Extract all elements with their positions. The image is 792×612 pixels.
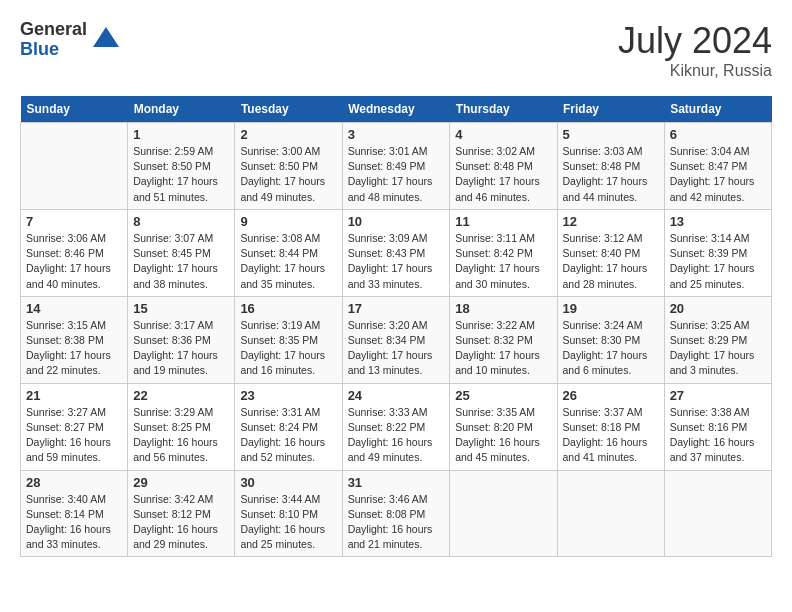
day-number: 23 — [240, 388, 336, 403]
calendar-cell: 30Sunrise: 3:44 AM Sunset: 8:10 PM Dayli… — [235, 470, 342, 557]
day-number: 11 — [455, 214, 551, 229]
day-info: Sunrise: 3:19 AM Sunset: 8:35 PM Dayligh… — [240, 318, 336, 379]
day-number: 16 — [240, 301, 336, 316]
day-number: 8 — [133, 214, 229, 229]
week-row-3: 14Sunrise: 3:15 AM Sunset: 8:38 PM Dayli… — [21, 296, 772, 383]
day-number: 9 — [240, 214, 336, 229]
calendar-cell: 20Sunrise: 3:25 AM Sunset: 8:29 PM Dayli… — [664, 296, 771, 383]
day-number: 14 — [26, 301, 122, 316]
day-info: Sunrise: 3:08 AM Sunset: 8:44 PM Dayligh… — [240, 231, 336, 292]
calendar-cell — [664, 470, 771, 557]
day-number: 25 — [455, 388, 551, 403]
day-info: Sunrise: 3:03 AM Sunset: 8:48 PM Dayligh… — [563, 144, 659, 205]
day-info: Sunrise: 3:24 AM Sunset: 8:30 PM Dayligh… — [563, 318, 659, 379]
week-row-1: 1Sunrise: 2:59 AM Sunset: 8:50 PM Daylig… — [21, 123, 772, 210]
day-number: 5 — [563, 127, 659, 142]
calendar-cell: 12Sunrise: 3:12 AM Sunset: 8:40 PM Dayli… — [557, 209, 664, 296]
day-info: Sunrise: 3:06 AM Sunset: 8:46 PM Dayligh… — [26, 231, 122, 292]
day-info: Sunrise: 3:17 AM Sunset: 8:36 PM Dayligh… — [133, 318, 229, 379]
calendar-cell: 6Sunrise: 3:04 AM Sunset: 8:47 PM Daylig… — [664, 123, 771, 210]
day-number: 28 — [26, 475, 122, 490]
day-info: Sunrise: 3:44 AM Sunset: 8:10 PM Dayligh… — [240, 492, 336, 553]
day-info: Sunrise: 3:35 AM Sunset: 8:20 PM Dayligh… — [455, 405, 551, 466]
header-day-thursday: Thursday — [450, 96, 557, 123]
calendar-cell: 22Sunrise: 3:29 AM Sunset: 8:25 PM Dayli… — [128, 383, 235, 470]
day-info: Sunrise: 3:02 AM Sunset: 8:48 PM Dayligh… — [455, 144, 551, 205]
day-info: Sunrise: 3:25 AM Sunset: 8:29 PM Dayligh… — [670, 318, 766, 379]
calendar-header-row: SundayMondayTuesdayWednesdayThursdayFrid… — [21, 96, 772, 123]
day-info: Sunrise: 3:09 AM Sunset: 8:43 PM Dayligh… — [348, 231, 445, 292]
calendar-cell: 27Sunrise: 3:38 AM Sunset: 8:16 PM Dayli… — [664, 383, 771, 470]
week-row-2: 7Sunrise: 3:06 AM Sunset: 8:46 PM Daylig… — [21, 209, 772, 296]
page-header: General Blue July 2024 Kiknur, Russia — [20, 20, 772, 80]
logo-blue-text: Blue — [20, 40, 87, 60]
day-number: 21 — [26, 388, 122, 403]
day-number: 19 — [563, 301, 659, 316]
day-info: Sunrise: 3:11 AM Sunset: 8:42 PM Dayligh… — [455, 231, 551, 292]
day-number: 1 — [133, 127, 229, 142]
calendar-table: SundayMondayTuesdayWednesdayThursdayFrid… — [20, 96, 772, 557]
day-info: Sunrise: 3:15 AM Sunset: 8:38 PM Dayligh… — [26, 318, 122, 379]
day-info: Sunrise: 3:07 AM Sunset: 8:45 PM Dayligh… — [133, 231, 229, 292]
day-number: 20 — [670, 301, 766, 316]
day-info: Sunrise: 3:29 AM Sunset: 8:25 PM Dayligh… — [133, 405, 229, 466]
header-day-tuesday: Tuesday — [235, 96, 342, 123]
calendar-cell: 24Sunrise: 3:33 AM Sunset: 8:22 PM Dayli… — [342, 383, 450, 470]
calendar-location: Kiknur, Russia — [618, 62, 772, 80]
day-info: Sunrise: 3:31 AM Sunset: 8:24 PM Dayligh… — [240, 405, 336, 466]
day-number: 17 — [348, 301, 445, 316]
day-info: Sunrise: 3:12 AM Sunset: 8:40 PM Dayligh… — [563, 231, 659, 292]
day-info: Sunrise: 3:22 AM Sunset: 8:32 PM Dayligh… — [455, 318, 551, 379]
calendar-cell: 8Sunrise: 3:07 AM Sunset: 8:45 PM Daylig… — [128, 209, 235, 296]
header-day-friday: Friday — [557, 96, 664, 123]
day-number: 7 — [26, 214, 122, 229]
header-day-sunday: Sunday — [21, 96, 128, 123]
day-info: Sunrise: 3:27 AM Sunset: 8:27 PM Dayligh… — [26, 405, 122, 466]
day-number: 15 — [133, 301, 229, 316]
calendar-cell: 15Sunrise: 3:17 AM Sunset: 8:36 PM Dayli… — [128, 296, 235, 383]
logo-icon — [91, 25, 121, 55]
calendar-cell: 3Sunrise: 3:01 AM Sunset: 8:49 PM Daylig… — [342, 123, 450, 210]
day-info: Sunrise: 3:40 AM Sunset: 8:14 PM Dayligh… — [26, 492, 122, 553]
calendar-cell: 5Sunrise: 3:03 AM Sunset: 8:48 PM Daylig… — [557, 123, 664, 210]
calendar-cell: 13Sunrise: 3:14 AM Sunset: 8:39 PM Dayli… — [664, 209, 771, 296]
title-block: July 2024 Kiknur, Russia — [618, 20, 772, 80]
day-info: Sunrise: 3:33 AM Sunset: 8:22 PM Dayligh… — [348, 405, 445, 466]
calendar-cell: 29Sunrise: 3:42 AM Sunset: 8:12 PM Dayli… — [128, 470, 235, 557]
day-number: 6 — [670, 127, 766, 142]
calendar-cell: 16Sunrise: 3:19 AM Sunset: 8:35 PM Dayli… — [235, 296, 342, 383]
week-row-4: 21Sunrise: 3:27 AM Sunset: 8:27 PM Dayli… — [21, 383, 772, 470]
calendar-cell: 17Sunrise: 3:20 AM Sunset: 8:34 PM Dayli… — [342, 296, 450, 383]
calendar-cell: 11Sunrise: 3:11 AM Sunset: 8:42 PM Dayli… — [450, 209, 557, 296]
day-info: Sunrise: 3:42 AM Sunset: 8:12 PM Dayligh… — [133, 492, 229, 553]
day-info: Sunrise: 3:38 AM Sunset: 8:16 PM Dayligh… — [670, 405, 766, 466]
day-number: 30 — [240, 475, 336, 490]
calendar-body: 1Sunrise: 2:59 AM Sunset: 8:50 PM Daylig… — [21, 123, 772, 557]
day-number: 31 — [348, 475, 445, 490]
logo-general-text: General — [20, 20, 87, 40]
day-info: Sunrise: 3:46 AM Sunset: 8:08 PM Dayligh… — [348, 492, 445, 553]
day-number: 18 — [455, 301, 551, 316]
day-info: Sunrise: 3:00 AM Sunset: 8:50 PM Dayligh… — [240, 144, 336, 205]
calendar-title: July 2024 — [618, 20, 772, 62]
header-day-wednesday: Wednesday — [342, 96, 450, 123]
header-day-saturday: Saturday — [664, 96, 771, 123]
day-info: Sunrise: 2:59 AM Sunset: 8:50 PM Dayligh… — [133, 144, 229, 205]
day-number: 26 — [563, 388, 659, 403]
calendar-cell — [21, 123, 128, 210]
calendar-cell: 28Sunrise: 3:40 AM Sunset: 8:14 PM Dayli… — [21, 470, 128, 557]
day-number: 13 — [670, 214, 766, 229]
calendar-cell: 25Sunrise: 3:35 AM Sunset: 8:20 PM Dayli… — [450, 383, 557, 470]
calendar-cell: 1Sunrise: 2:59 AM Sunset: 8:50 PM Daylig… — [128, 123, 235, 210]
header-day-monday: Monday — [128, 96, 235, 123]
day-number: 22 — [133, 388, 229, 403]
calendar-cell: 18Sunrise: 3:22 AM Sunset: 8:32 PM Dayli… — [450, 296, 557, 383]
calendar-cell — [557, 470, 664, 557]
day-number: 4 — [455, 127, 551, 142]
calendar-cell: 2Sunrise: 3:00 AM Sunset: 8:50 PM Daylig… — [235, 123, 342, 210]
day-number: 3 — [348, 127, 445, 142]
day-info: Sunrise: 3:01 AM Sunset: 8:49 PM Dayligh… — [348, 144, 445, 205]
day-number: 10 — [348, 214, 445, 229]
calendar-cell: 21Sunrise: 3:27 AM Sunset: 8:27 PM Dayli… — [21, 383, 128, 470]
day-number: 12 — [563, 214, 659, 229]
